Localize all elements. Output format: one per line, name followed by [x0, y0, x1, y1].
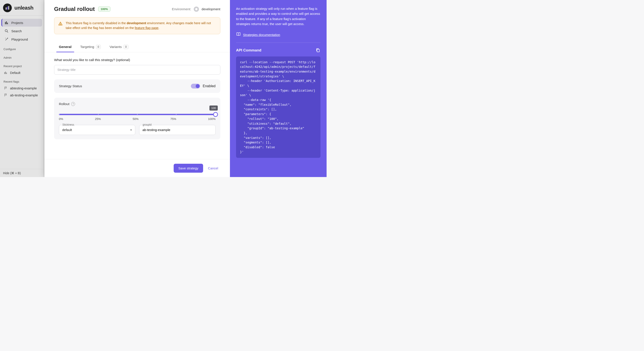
modal-header: Gradual rollout 100% Environment: develo… [44, 0, 230, 14]
strategy-status-card: Strategy Status Enabled [54, 79, 220, 93]
slider-thumb[interactable] [213, 112, 218, 117]
stickiness-value: default [62, 128, 72, 132]
tab-targeting[interactable]: Targeting 0 [79, 42, 102, 52]
api-code-block[interactable]: curl --location --request POST 'http://l… [236, 56, 320, 158]
cancel-button[interactable]: Cancel [206, 164, 220, 173]
rollout-percent-badge: 100% [98, 6, 110, 11]
strategy-status-label: Strategy Status [59, 84, 82, 88]
strategy-modal: Gradual rollout 100% Environment: develo… [44, 0, 326, 177]
groupid-label: groupId [142, 123, 152, 126]
save-strategy-button[interactable]: Save strategy [174, 164, 203, 173]
groupid-input[interactable] [139, 125, 216, 135]
disabled-flag-alert: This feature flag is currently disabled … [54, 17, 220, 34]
groupid-field: groupId [139, 125, 216, 135]
modal-title: Gradual rollout [54, 6, 95, 12]
tab-label: Targeting [80, 45, 94, 49]
stickiness-field: Stickiness default ▾ [59, 125, 135, 135]
book-icon [236, 32, 241, 38]
modal-body: This feature flag is currently disabled … [44, 14, 230, 159]
warning-icon [58, 21, 62, 26]
rollout-value-tooltip: 100 [210, 105, 218, 110]
tab-label: Variants [110, 45, 122, 49]
variants-count-badge: 0 [124, 45, 128, 49]
api-command-title: API Command [236, 47, 261, 53]
tab-label: General [59, 45, 72, 49]
strategy-title-label: What would you like to call this strateg… [54, 58, 220, 62]
tab-variants[interactable]: Variants 0 [108, 42, 130, 52]
stickiness-label: Stickiness [62, 123, 75, 126]
copy-icon[interactable] [316, 48, 320, 53]
environment-label: Environment: [172, 7, 191, 11]
rollout-card: Rollout ? 100 0% 25% 50% 75 [54, 98, 220, 139]
environment-name: development [202, 7, 220, 11]
strategy-tabs: General Targeting 0 Variants 0 [44, 39, 230, 52]
modal-footer: Save strategy Cancel [44, 159, 230, 177]
feature-flag-page-link[interactable]: feature flag page [135, 26, 158, 30]
rollout-label: Rollout [59, 102, 69, 106]
rollout-slider[interactable]: 100 0% 25% 50% 75% 100% [59, 111, 216, 121]
slider-marks: 0% 25% 50% 75% 100% [59, 117, 216, 121]
targeting-count-badge: 0 [96, 45, 101, 49]
strategy-status-value: Enabled [203, 84, 216, 88]
help-description: An activation strategy will only run whe… [236, 6, 320, 26]
strategies-doc-link[interactable]: Strategies documentation [243, 32, 280, 37]
tab-general[interactable]: General [58, 42, 73, 52]
svg-point-18 [60, 24, 61, 25]
modal-main: Gradual rollout 100% Environment: develo… [44, 0, 230, 177]
strategy-title-input[interactable] [54, 65, 220, 74]
alert-text: This feature flag is currently disabled … [66, 21, 216, 30]
stickiness-select[interactable]: default ▾ [59, 125, 135, 135]
strategy-status-toggle[interactable] [191, 84, 200, 88]
help-icon[interactable]: ? [71, 102, 75, 106]
cloud-icon [194, 6, 199, 12]
environment-indicator: Environment: development [172, 6, 220, 12]
help-panel: An activation strategy will only run whe… [230, 0, 326, 177]
chevron-down-icon: ▾ [130, 128, 132, 132]
svg-rect-20 [317, 49, 320, 52]
